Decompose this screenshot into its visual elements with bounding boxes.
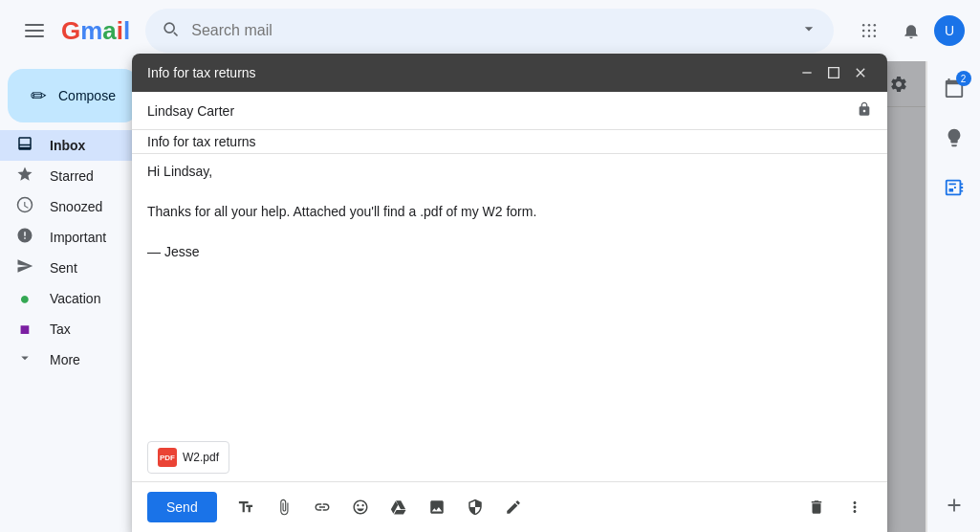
to-value: Lindsay Carter bbox=[147, 103, 857, 119]
search-bar[interactable] bbox=[145, 9, 834, 53]
avatar[interactable]: U bbox=[934, 15, 965, 46]
star-icon bbox=[15, 166, 34, 188]
modal-actions bbox=[795, 61, 872, 84]
more-compose-options-button[interactable] bbox=[838, 490, 872, 524]
to-field: Lindsay Carter bbox=[132, 92, 887, 130]
delete-button[interactable] bbox=[799, 490, 834, 524]
inbox-icon bbox=[15, 135, 34, 157]
vacation-icon: ● bbox=[15, 289, 34, 309]
body-line-3: Thanks for all your help. Attached you'l… bbox=[147, 202, 872, 222]
keep-panel-icon[interactable] bbox=[935, 119, 973, 157]
tax-icon: ■ bbox=[15, 320, 34, 340]
snooze-icon bbox=[15, 196, 34, 218]
svg-point-8 bbox=[874, 30, 877, 33]
maximize-button[interactable] bbox=[822, 61, 845, 84]
compose-modal: Info for tax returns bbox=[132, 54, 887, 532]
send-button[interactable]: Send bbox=[147, 492, 217, 522]
modal-body[interactable]: Hi Lindsay, Thanks for all your help. At… bbox=[132, 154, 887, 433]
attachment-chip[interactable]: PDF W2.pdf bbox=[147, 441, 229, 474]
svg-point-3 bbox=[862, 24, 865, 27]
gmail-logo: Gmail bbox=[61, 16, 130, 46]
svg-point-7 bbox=[868, 30, 871, 33]
search-input[interactable] bbox=[191, 22, 788, 39]
drive-button[interactable] bbox=[381, 490, 416, 524]
close-button[interactable] bbox=[849, 61, 872, 84]
svg-point-9 bbox=[862, 35, 865, 38]
svg-rect-2 bbox=[25, 35, 44, 37]
important-icon bbox=[15, 227, 34, 249]
attach-button[interactable] bbox=[267, 490, 301, 524]
top-bar-left: Gmail bbox=[15, 11, 138, 50]
right-panel: 2 bbox=[926, 61, 980, 532]
top-bar-right: U bbox=[850, 11, 965, 50]
svg-point-11 bbox=[874, 35, 877, 38]
body-line-2 bbox=[147, 182, 872, 202]
compose-label: Compose bbox=[58, 88, 116, 103]
body-line-1: Hi Lindsay, bbox=[147, 162, 872, 182]
body-line-4 bbox=[147, 222, 872, 242]
add-apps-icon[interactable] bbox=[935, 486, 973, 524]
body-line-5: — Jesse bbox=[147, 242, 872, 262]
subject-value: Info for tax returns bbox=[147, 134, 872, 149]
app-grid-button[interactable] bbox=[850, 11, 888, 50]
modal-toolbar: Send bbox=[132, 481, 887, 532]
link-button[interactable] bbox=[305, 490, 339, 524]
attachment-area: PDF W2.pdf bbox=[132, 433, 887, 481]
svg-point-4 bbox=[868, 24, 871, 27]
tasks-panel-icon[interactable] bbox=[935, 168, 973, 207]
main-layout: ✏ Compose Inbox Starred Snoozed bbox=[0, 61, 980, 532]
svg-point-6 bbox=[862, 30, 865, 33]
svg-point-10 bbox=[868, 35, 871, 38]
search-dropdown-icon[interactable] bbox=[799, 19, 818, 42]
more-icon bbox=[15, 349, 34, 371]
content-area: Info for tax returns bbox=[245, 61, 980, 532]
calendar-panel-icon[interactable]: 2 bbox=[935, 69, 973, 107]
modal-header: Info for tax returns bbox=[132, 54, 887, 92]
minimize-button[interactable] bbox=[795, 61, 818, 84]
sent-icon bbox=[15, 257, 34, 279]
confidential-button[interactable] bbox=[458, 490, 492, 524]
search-icon bbox=[161, 19, 180, 43]
compose-button[interactable]: ✏ Compose bbox=[8, 69, 139, 122]
menu-button[interactable] bbox=[15, 11, 54, 50]
subject-field: Info for tax returns bbox=[132, 130, 887, 154]
signature-button[interactable] bbox=[496, 490, 531, 524]
attachment-name: W2.pdf bbox=[183, 451, 219, 464]
emoji-button[interactable] bbox=[343, 490, 378, 524]
format-button[interactable] bbox=[229, 490, 263, 524]
pdf-icon: PDF bbox=[158, 448, 177, 467]
compose-icon: ✏ bbox=[31, 84, 47, 107]
modal-title: Info for tax returns bbox=[147, 65, 795, 80]
top-bar: Gmail U bbox=[0, 0, 980, 61]
svg-point-5 bbox=[874, 24, 877, 27]
calendar-badge: 2 bbox=[956, 71, 971, 86]
svg-rect-1 bbox=[25, 30, 44, 32]
notification-button[interactable] bbox=[892, 11, 930, 50]
lock-icon bbox=[857, 101, 872, 121]
photo-button[interactable] bbox=[420, 490, 454, 524]
svg-rect-0 bbox=[25, 24, 44, 26]
